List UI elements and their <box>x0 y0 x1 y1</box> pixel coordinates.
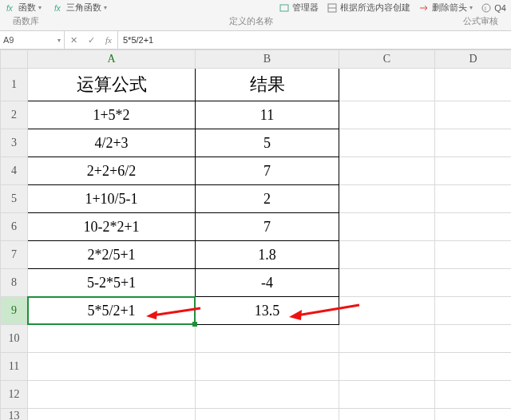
row-header-3[interactable]: 3 <box>1 129 28 157</box>
svg-rect-2 <box>280 5 288 11</box>
row-header-12[interactable]: 12 <box>1 381 28 409</box>
ribbon-item-q4[interactable]: i Q4 <box>481 2 506 14</box>
row-header-8[interactable]: 8 <box>1 269 28 297</box>
row-header-5[interactable]: 5 <box>1 185 28 213</box>
col-header-C[interactable]: C <box>339 50 435 69</box>
cell-A7[interactable]: 2*2/5+1 <box>28 241 196 269</box>
row-header-9[interactable]: 9 <box>1 297 28 325</box>
cell-B8[interactable]: -4 <box>196 269 339 297</box>
ribbon-group-functions: 函数库 <box>5 15 47 27</box>
select-all-corner[interactable] <box>1 50 28 69</box>
cell-B2[interactable]: 11 <box>196 101 339 129</box>
cell-D10[interactable] <box>435 325 512 353</box>
cell-D1[interactable] <box>435 69 512 101</box>
cell-C1[interactable] <box>339 69 435 101</box>
row-header-2[interactable]: 2 <box>1 101 28 129</box>
ribbon-item-functions[interactable]: fx 函数 ▾ <box>5 2 42 14</box>
cell-C3[interactable] <box>339 129 435 157</box>
cell-C12[interactable] <box>339 381 435 409</box>
cell-A8[interactable]: 5-2*5+1 <box>28 269 196 297</box>
formula-input[interactable]: 5*5/2+1 <box>118 31 511 49</box>
cell-D4[interactable] <box>435 157 512 185</box>
row-header-4[interactable]: 4 <box>1 157 28 185</box>
cell-D8[interactable] <box>435 269 512 297</box>
cell-A11[interactable] <box>28 353 196 381</box>
cell-C13[interactable] <box>339 409 435 421</box>
row-header-7[interactable]: 7 <box>1 241 28 269</box>
cell-B12[interactable] <box>196 381 339 409</box>
cell-B10[interactable] <box>196 325 339 353</box>
cell-A6[interactable]: 10-2*2+1 <box>28 213 196 241</box>
row-header-13[interactable]: 13 <box>1 409 28 421</box>
row-header-1[interactable]: 1 <box>1 69 28 101</box>
chevron-down-icon: ▾ <box>469 4 473 11</box>
cell-D7[interactable] <box>435 241 512 269</box>
cell-D6[interactable] <box>435 213 512 241</box>
cell-A9[interactable]: 5*5/2+1 <box>28 297 196 325</box>
row-header-6[interactable]: 6 <box>1 213 28 241</box>
row-header-10[interactable]: 10 <box>1 325 28 353</box>
fx-icon: fx <box>105 35 112 45</box>
name-box[interactable]: A9 ▾ <box>0 31 65 49</box>
name-box-value: A9 <box>3 35 14 45</box>
cell-B1[interactable]: 结果 <box>196 69 339 101</box>
insert-function-button[interactable]: fx <box>100 35 117 45</box>
cell-C7[interactable] <box>339 241 435 269</box>
cell-A2[interactable]: 1+5*2 <box>28 101 196 129</box>
cell-value: 5*5/2+1 <box>87 303 135 319</box>
cell-D11[interactable] <box>435 353 512 381</box>
ribbon-item-manager[interactable]: 管理器 <box>279 2 319 14</box>
cell-A4[interactable]: 2+2+6/2 <box>28 157 196 185</box>
cell-D5[interactable] <box>435 185 512 213</box>
cell-D13[interactable] <box>435 409 512 421</box>
cell-A12[interactable] <box>28 381 196 409</box>
cell-D12[interactable] <box>435 381 512 409</box>
cancel-button[interactable]: ✕ <box>65 35 82 46</box>
cell-A3[interactable]: 4/2+3 <box>28 129 196 157</box>
ribbon-group-audit: 公式审核 <box>455 15 506 27</box>
delete-arrow-icon <box>418 2 430 14</box>
grid[interactable]: A B C D 1 运算公式 结果 2 1+5*2 11 3 4/2+3 5 4 <box>0 50 511 420</box>
ribbon-item-label: 函数 <box>18 2 36 14</box>
cell-C10[interactable] <box>339 325 435 353</box>
ribbon-item-label: 管理器 <box>292 2 319 14</box>
spreadsheet: A B C D 1 运算公式 结果 2 1+5*2 11 3 4/2+3 5 4 <box>0 50 511 420</box>
col-header-A[interactable]: A <box>28 50 196 69</box>
info-icon: i <box>481 2 492 14</box>
ribbon-item-create[interactable]: 根据所选内容创建 <box>327 2 410 14</box>
close-icon: ✕ <box>70 35 77 45</box>
cell-C2[interactable] <box>339 101 435 129</box>
cell-B7[interactable]: 1.8 <box>196 241 339 269</box>
ribbon-item-delete-arrow[interactable]: 删除箭头 ▾ <box>418 2 473 14</box>
cell-A5[interactable]: 1+10/5-1 <box>28 185 196 213</box>
cell-C5[interactable] <box>339 185 435 213</box>
cell-B6[interactable]: 7 <box>196 213 339 241</box>
cell-C8[interactable] <box>339 269 435 297</box>
cell-B13[interactable] <box>196 409 339 421</box>
cell-D9[interactable] <box>435 297 512 325</box>
cell-A1[interactable]: 运算公式 <box>28 69 196 101</box>
svg-text:fx: fx <box>6 4 14 13</box>
fx-icon: fx <box>5 2 16 14</box>
ribbon-item-trig[interactable]: fx 三角函数 ▾ <box>53 2 107 14</box>
col-header-D[interactable]: D <box>435 50 512 69</box>
svg-text:i: i <box>485 5 486 12</box>
cell-C9[interactable] <box>339 297 435 325</box>
enter-button[interactable]: ✓ <box>82 35 100 46</box>
cell-D2[interactable] <box>435 101 512 129</box>
cell-C11[interactable] <box>339 353 435 381</box>
cell-B3[interactable]: 5 <box>196 129 339 157</box>
cell-C6[interactable] <box>339 213 435 241</box>
cell-D3[interactable] <box>435 129 512 157</box>
cell-B5[interactable]: 2 <box>196 185 339 213</box>
cell-A10[interactable] <box>28 325 196 353</box>
cell-A13[interactable] <box>28 409 196 421</box>
cell-B4[interactable]: 7 <box>196 157 339 185</box>
ribbon-item-label: Q4 <box>494 3 506 13</box>
cell-B9[interactable]: 13.5 <box>196 297 339 325</box>
cell-C4[interactable] <box>339 157 435 185</box>
chevron-down-icon: ▾ <box>104 4 107 11</box>
col-header-B[interactable]: B <box>196 50 339 69</box>
cell-B11[interactable] <box>196 353 339 381</box>
row-header-11[interactable]: 11 <box>1 353 28 381</box>
